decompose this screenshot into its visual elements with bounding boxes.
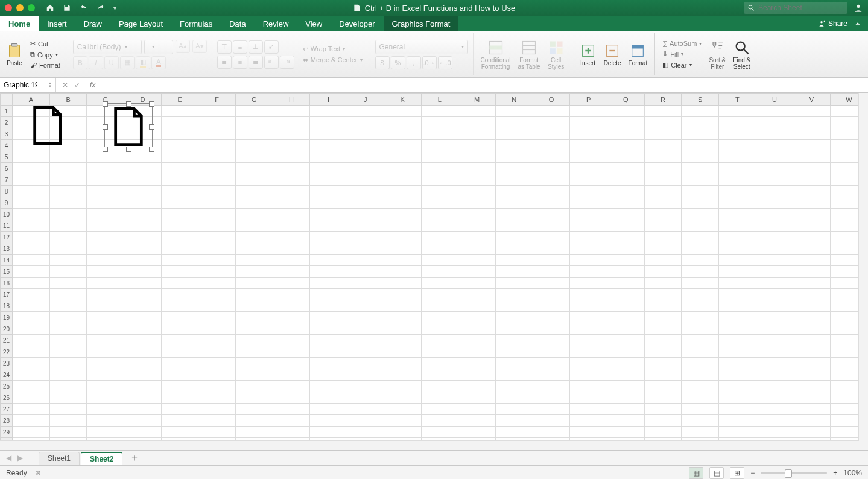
column-header-E[interactable]: E (161, 94, 198, 106)
cell-M22[interactable] (458, 346, 496, 358)
cell-P16[interactable] (570, 278, 607, 289)
cell-U22[interactable] (756, 346, 793, 358)
cell-O17[interactable] (533, 289, 570, 300)
cell-A26[interactable] (13, 392, 50, 404)
cell-Q26[interactable] (607, 392, 644, 404)
row-header-14[interactable]: 14 (1, 255, 13, 266)
cell-R11[interactable] (644, 220, 682, 232)
cell-R15[interactable] (644, 266, 682, 278)
cell-K22[interactable] (384, 346, 421, 358)
cell-P4[interactable] (570, 140, 607, 151)
cell-K3[interactable] (384, 128, 421, 140)
column-header-N[interactable]: N (495, 94, 533, 106)
percent-button[interactable]: % (391, 56, 405, 69)
cell-Q3[interactable] (607, 128, 644, 140)
cell-C17[interactable] (87, 289, 124, 300)
cell-A8[interactable] (13, 186, 50, 197)
cell-U26[interactable] (756, 392, 793, 404)
cell-J4[interactable] (347, 140, 384, 151)
cell-U5[interactable] (756, 151, 793, 163)
cell-N16[interactable] (495, 278, 533, 289)
ribbon-tab-view[interactable]: View (297, 16, 331, 31)
column-header-U[interactable]: U (756, 94, 793, 106)
cell-P26[interactable] (570, 392, 607, 404)
row-header-1[interactable]: 1 (1, 106, 13, 117)
cell-M9[interactable] (458, 197, 496, 209)
cell-L1[interactable] (421, 106, 458, 117)
cell-M14[interactable] (458, 255, 496, 266)
row-header-26[interactable]: 26 (1, 392, 13, 404)
cell-K26[interactable] (384, 392, 421, 404)
cell-H7[interactable] (273, 174, 310, 186)
cell-V24[interactable] (793, 369, 831, 381)
cell-G9[interactable] (235, 197, 273, 209)
name-box-input[interactable] (2, 80, 39, 90)
cell-G13[interactable] (235, 243, 273, 255)
collapse-ribbon-icon[interactable] (854, 19, 862, 28)
cell-P14[interactable] (570, 255, 607, 266)
cell-V23[interactable] (793, 358, 831, 369)
cell-C16[interactable] (87, 278, 124, 289)
cell-N8[interactable] (495, 186, 533, 197)
formula-input[interactable] (99, 78, 868, 92)
cell-T24[interactable] (718, 369, 756, 381)
cell-J12[interactable] (347, 232, 384, 243)
resize-handle-n[interactable] (126, 101, 131, 107)
ribbon-tab-review[interactable]: Review (255, 16, 297, 31)
row-header-23[interactable]: 23 (1, 358, 13, 369)
cell-Q21[interactable] (607, 335, 644, 346)
cell-S1[interactable] (682, 106, 719, 117)
cell-K16[interactable] (384, 278, 421, 289)
cell-B20[interactable] (49, 323, 87, 335)
cell-R7[interactable] (644, 174, 682, 186)
cell-V22[interactable] (793, 346, 831, 358)
cell-J26[interactable] (347, 392, 384, 404)
cell-O9[interactable] (533, 197, 570, 209)
cell-D8[interactable] (124, 186, 162, 197)
cell-J18[interactable] (347, 300, 384, 312)
cell-I26[interactable] (310, 392, 347, 404)
cell-A21[interactable] (13, 335, 50, 346)
cell-O20[interactable] (533, 323, 570, 335)
cell-V2[interactable] (793, 117, 831, 128)
cell-N12[interactable] (495, 232, 533, 243)
cell-Q4[interactable] (607, 140, 644, 151)
cell-N15[interactable] (495, 266, 533, 278)
cell-I15[interactable] (310, 266, 347, 278)
cell-M27[interactable] (458, 404, 496, 415)
cell-H12[interactable] (273, 232, 310, 243)
cell-Q13[interactable] (607, 243, 644, 255)
font-name-combo[interactable]: Calibri (Body)▾ (73, 40, 142, 54)
accept-formula-button[interactable]: ✓ (74, 81, 80, 89)
cell-E15[interactable] (161, 266, 198, 278)
cell-L2[interactable] (421, 117, 458, 128)
cell-H14[interactable] (273, 255, 310, 266)
search-sheet-input[interactable] (757, 3, 832, 13)
cell-D21[interactable] (124, 335, 162, 346)
cell-L16[interactable] (421, 278, 458, 289)
ribbon-tab-draw[interactable]: Draw (75, 16, 110, 31)
cell-E19[interactable] (161, 312, 198, 323)
resize-handle-nw[interactable] (103, 101, 108, 107)
cell-H11[interactable] (273, 220, 310, 232)
cell-J15[interactable] (347, 266, 384, 278)
customize-qat-icon[interactable]: ▾ (113, 5, 116, 11)
cell-E7[interactable] (161, 174, 198, 186)
cell-B26[interactable] (49, 392, 87, 404)
row-header-20[interactable]: 20 (1, 323, 13, 335)
cell-H10[interactable] (273, 209, 310, 220)
cell-S28[interactable] (682, 415, 719, 427)
row-header-12[interactable]: 12 (1, 232, 13, 243)
cell-A14[interactable] (13, 255, 50, 266)
cell-E1[interactable] (161, 106, 198, 117)
cell-M17[interactable] (458, 289, 496, 300)
cell-G16[interactable] (235, 278, 273, 289)
cell-S19[interactable] (682, 312, 719, 323)
cell-S21[interactable] (682, 335, 719, 346)
cell-T13[interactable] (718, 243, 756, 255)
cell-S13[interactable] (682, 243, 719, 255)
cell-P17[interactable] (570, 289, 607, 300)
cell-N4[interactable] (495, 140, 533, 151)
cell-O11[interactable] (533, 220, 570, 232)
comma-button[interactable]: , (407, 56, 421, 69)
